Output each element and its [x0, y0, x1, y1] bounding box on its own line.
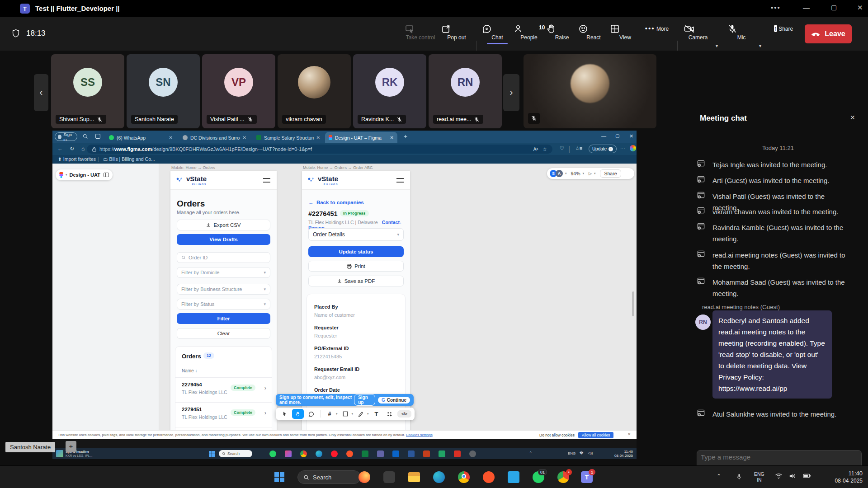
mic-chevron-icon[interactable]: ▾ — [759, 43, 761, 48]
taskbar-icon-sheets[interactable] — [439, 450, 445, 457]
spotlight-participant-tile[interactable] — [524, 54, 656, 128]
taskbar-icon-brave[interactable] — [346, 450, 353, 457]
close-icon[interactable]: ✕ — [857, 4, 863, 12]
taskbar-icon-photos[interactable] — [285, 450, 292, 457]
view-button[interactable]: View — [609, 23, 641, 41]
taskbar-icon-opera[interactable] — [331, 450, 338, 457]
taskbar-icon-chrome[interactable] — [300, 450, 307, 457]
chat-close-icon[interactable]: ✕ — [850, 114, 855, 121]
zoom-level[interactable]: 94% — [571, 171, 580, 176]
taskbar-icon-brave[interactable] — [483, 471, 495, 483]
tray-expand-icon[interactable]: ⌃ — [717, 473, 721, 479]
resources-tool-icon[interactable] — [384, 409, 396, 419]
taskbar-icon-file-explorer[interactable] — [408, 472, 420, 482]
allow-cookies-button[interactable]: Allow all cookies — [578, 432, 613, 438]
import-favorites-item[interactable]: ⬆ Import favorites — [58, 156, 96, 162]
filter-button[interactable]: Filter — [177, 313, 270, 324]
pen-tool-icon[interactable] — [355, 409, 367, 419]
save-as-pdf-button[interactable]: Save as PDF — [308, 276, 404, 286]
participant-tile[interactable]: RK Ravindra K... — [353, 54, 426, 128]
taskbar-icon-edge[interactable] — [316, 450, 322, 457]
taskbar-search-box[interactable]: Search — [219, 450, 252, 457]
view-drafts-button[interactable]: View Drafts — [177, 234, 270, 245]
order-row[interactable]: 2279451 TL Flex Holdings LLC Complete › — [175, 403, 272, 427]
update-status-button[interactable]: Update status — [308, 246, 404, 257]
taskbar-search-box[interactable]: Search — [297, 470, 361, 484]
tray-language-indicator[interactable]: ENGIN — [754, 471, 764, 483]
tab-close-icon[interactable]: ✕ — [243, 135, 246, 140]
read-aloud-icon[interactable]: Aᵃ — [533, 147, 538, 152]
taskbar-icon-edge[interactable] — [433, 471, 445, 483]
taskbar-icon-chrome-profile[interactable]: • — [557, 471, 569, 483]
order-row[interactable]: 2279454 TL Flex Holdings LLC Complete › — [175, 378, 272, 402]
browser-update-button[interactable]: Update ! — [589, 145, 617, 153]
taskbar-icon-whatsapp[interactable] — [269, 450, 276, 457]
camera-chevron-icon[interactable]: ▾ — [716, 43, 718, 48]
text-tool-icon[interactable]: T — [371, 409, 382, 419]
taskbar-icon-word[interactable] — [408, 450, 415, 457]
tray-language[interactable]: ENG — [568, 451, 576, 455]
avatars-chevron-icon[interactable]: ▾ — [565, 172, 567, 175]
move-tool-icon[interactable] — [279, 409, 291, 419]
present-chevron-icon[interactable]: ▾ — [594, 172, 596, 175]
hand-tool-icon[interactable] — [292, 409, 304, 419]
taskbar-icon-excel[interactable] — [362, 450, 368, 457]
share-button[interactable]: ↑ Share — [770, 23, 797, 33]
canvas-scrollbar[interactable] — [632, 291, 634, 316]
google-continue-button[interactable]: GContinue — [378, 397, 410, 404]
favorite-star-icon[interactable]: ☆ — [542, 146, 547, 152]
scroll-participants-left-button[interactable]: ‹ — [34, 74, 48, 111]
cookie-settings-link[interactable]: Cookies settings — [406, 433, 433, 437]
news-widget-icon[interactable] — [56, 450, 63, 457]
taskbar-icon-teams[interactable]: T1 — [581, 471, 593, 483]
tray-volume-icon[interactable]: ◁)) — [588, 451, 593, 455]
browser-tab[interactable]: (6) WhatsApp ✕ — [105, 132, 176, 143]
filter-business-structure-select[interactable]: Filter by Business Structure▾ — [177, 284, 270, 295]
back-to-companies-link[interactable]: ← Back to companies — [308, 200, 364, 205]
deny-cookies-link[interactable]: Do not allow cookies — [539, 433, 575, 437]
browser-tab[interactable]: DC Divisions and Surroundings ✕ — [179, 132, 250, 143]
tray-expand-icon[interactable]: ⌃ — [529, 451, 533, 455]
print-button[interactable]: Print — [308, 261, 404, 272]
taskbar-icon-pdf[interactable] — [454, 450, 461, 457]
minimize-icon[interactable]: — — [803, 4, 810, 11]
react-button[interactable]: React — [578, 23, 609, 41]
scroll-participants-right-button[interactable]: › — [503, 74, 519, 111]
panel-toggle-icon[interactable] — [104, 173, 109, 177]
browser-tab-active[interactable]: Design - UAT – Figma ✕ — [325, 132, 397, 143]
taskbar-icon-chrome[interactable] — [458, 471, 470, 483]
copilot-icon[interactable] — [630, 145, 636, 151]
participant-tile[interactable]: RN read.ai mee... — [429, 54, 502, 128]
browser-tab[interactable]: Sample Salary Structure with calc ✕ — [253, 132, 324, 143]
home-icon[interactable]: ⌂ — [81, 145, 85, 152]
maximize-icon[interactable]: ▢ — [831, 4, 837, 11]
tab-close-icon[interactable]: ✕ — [390, 135, 394, 140]
tab-actions-icon[interactable] — [95, 133, 101, 139]
menu-icon[interactable] — [396, 178, 404, 183]
tab-close-icon[interactable]: ✕ — [316, 135, 320, 140]
browser-settings-icon[interactable]: ⋯ — [620, 145, 626, 151]
browser-essentials-icon[interactable]: ♡ — [560, 145, 564, 151]
refresh-icon[interactable]: ↻ — [70, 145, 74, 152]
clear-button[interactable]: Clear — [177, 328, 270, 339]
leave-button[interactable]: Leave — [805, 24, 852, 43]
tray-mic-icon[interactable] — [736, 473, 743, 481]
tab-close-icon[interactable]: ✕ — [169, 135, 173, 140]
dev-mode-toggle[interactable]: </> — [397, 410, 411, 418]
start-button[interactable] — [274, 472, 284, 482]
share-overlay-plus-icon[interactable]: + — [66, 441, 76, 452]
start-button[interactable] — [209, 451, 215, 457]
zoom-chevron-icon[interactable]: ▾ — [583, 172, 585, 175]
taskbar-icon-app-dark[interactable] — [383, 471, 395, 483]
participant-tile[interactable]: SN Santosh Narate — [127, 54, 200, 128]
filter-status-select[interactable]: Filter by Status▾ — [177, 299, 270, 310]
filter-domicile-select[interactable]: Filter by Domicile▾ — [177, 267, 270, 278]
tray-battery-icon[interactable] — [803, 473, 811, 479]
browser-close-icon[interactable]: ✕ — [629, 133, 633, 139]
taskbar-icon-firefox[interactable] — [359, 471, 370, 483]
participant-tile[interactable]: vikram chavan — [278, 54, 351, 128]
new-tab-icon[interactable]: + — [404, 133, 407, 140]
taskbar-icon-vscode[interactable] — [508, 471, 519, 483]
participant-tile[interactable]: VP Vishal Patil ... — [202, 54, 275, 128]
raise-hand-button[interactable]: Raise — [546, 23, 578, 41]
